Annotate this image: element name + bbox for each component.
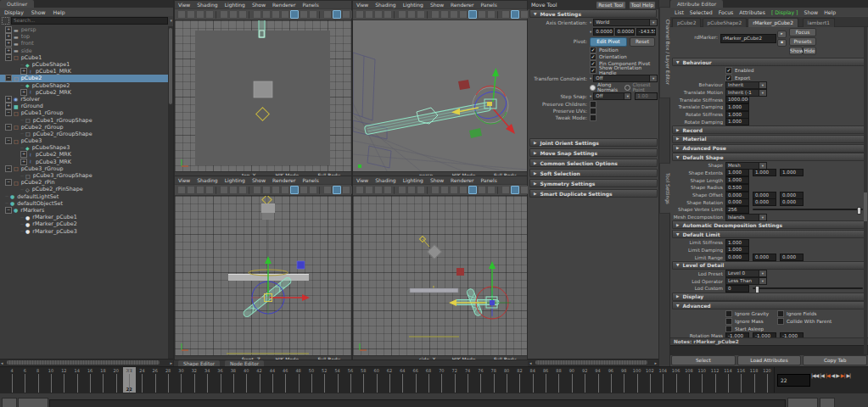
snap-to-curve-icon[interactable] (365, 10, 373, 19)
outliner-item-pCube1_rGroupShape[interactable]: —□pCube1_rGroupShape (0, 116, 168, 123)
menu-item-renderer[interactable]: Renderer (451, 177, 473, 183)
value-field[interactable]: 1.000 (725, 111, 749, 119)
load-attributes-button[interactable]: Load Attributes (737, 355, 802, 365)
snap-to-grid-icon[interactable] (177, 186, 186, 194)
camera-bookmark-icon[interactable] (229, 186, 238, 194)
slider-thumb[interactable] (755, 286, 759, 293)
shaded-icon[interactable] (333, 186, 341, 194)
outliner-pane-icon[interactable] (300, 186, 308, 194)
step-back-key-icon[interactable]: |◀ (826, 372, 830, 378)
two-pane-side-icon[interactable] (440, 186, 449, 194)
show-button[interactable]: Show (789, 47, 803, 55)
snap-to-grid-icon[interactable] (177, 10, 186, 19)
menu-item-shading[interactable]: Shading (375, 2, 395, 8)
menu-item-panels[interactable]: Panels (302, 2, 318, 8)
collapse-icon[interactable]: − (5, 179, 12, 186)
menu-item-show[interactable]: Show (252, 2, 266, 8)
value-field[interactable]: 1.000 (725, 118, 749, 125)
value-field[interactable]: 1.000 (725, 239, 749, 247)
single-pane-icon[interactable] (253, 186, 261, 194)
outliner-item-pCubeShape2[interactable]: —◆pCubeShape2 (0, 82, 168, 89)
section-advanced-pose[interactable]: ▶Advanced Pose (672, 144, 866, 153)
menu-item-shading[interactable]: Shading (197, 2, 217, 8)
value-field[interactable]: 1.000 (725, 169, 749, 176)
outliner-item-pCube2_MRK[interactable]: +~pCube2_MRK (0, 151, 168, 158)
menu-item-view[interactable]: View (356, 2, 368, 8)
value-field[interactable]: 1000.000 (725, 96, 749, 103)
radio-along-normals[interactable] (590, 85, 596, 91)
single-pane-icon[interactable] (431, 10, 440, 19)
make-live-icon[interactable] (220, 186, 228, 194)
coordinate-field[interactable]: 0.0000 (593, 28, 613, 36)
wireframe-icon[interactable] (323, 10, 332, 19)
outliner-item-pCube3_MRK[interactable]: +~pCube3_MRK (0, 159, 168, 165)
section-symmetry-settings[interactable]: ▶Symmetry Settings (529, 179, 658, 187)
four-pane-icon[interactable] (468, 10, 477, 19)
section-common-selection-options[interactable]: ▶Common Selection Options (529, 159, 658, 167)
outliner-item-pCube2[interactable]: −□pCube2 (0, 75, 168, 81)
coordinate-field[interactable]: -143.5562 (636, 28, 656, 36)
menu-item-panels[interactable]: Panels (480, 177, 496, 183)
four-pane-icon[interactable] (468, 186, 477, 194)
range-slider-track[interactable] (49, 399, 786, 407)
section-joint-orient-settings[interactable]: ▶Joint Orient Settings (529, 138, 658, 147)
section-display[interactable]: ▶Display (672, 293, 866, 301)
quick-menu-icon[interactable]: ▾ (590, 20, 591, 25)
outliner-item-pCube2_rPin[interactable]: −□pCube2_rPin (0, 179, 168, 186)
textured-icon[interactable] (342, 186, 350, 194)
copy-tab-button[interactable]: Copy Tab (803, 355, 867, 365)
outliner-item-pCube3_rGroup[interactable]: −□pCube3_rGroup (0, 165, 168, 172)
expand-icon[interactable]: + (20, 159, 27, 165)
snap-to-grid-icon[interactable] (356, 186, 364, 194)
outliner-title-tab[interactable]: Outliner (0, 0, 34, 8)
checkbox-export[interactable]: ✓ (725, 75, 732, 81)
snap-to-point-icon[interactable] (196, 10, 204, 19)
snap-to-plane-icon[interactable] (205, 186, 214, 194)
menu-item-panels[interactable]: Panels (480, 2, 496, 8)
three-pane-icon[interactable] (459, 10, 468, 19)
section-soft-selection[interactable]: ▶Soft Selection (529, 169, 658, 177)
slider-track[interactable] (753, 287, 863, 289)
checkbox-position[interactable]: ✓ (590, 47, 596, 53)
menu-item-focus[interactable]: Focus (719, 9, 734, 15)
tab-lambert1[interactable]: lambert1 (803, 18, 835, 27)
section-level-of-detail[interactable]: ▼Level of Detail (672, 261, 866, 270)
outliner-item-pCube2_rPinShape[interactable]: —◇pCube2_rPinShape (0, 186, 168, 192)
outliner-item-pCube2_MRK[interactable]: +~pCube2_MRK (0, 89, 168, 96)
hypergraph-pane-icon[interactable] (309, 186, 317, 194)
hypergraph-pane-icon[interactable] (309, 10, 317, 19)
outliner-pane-icon[interactable] (478, 186, 486, 194)
menu-item-renderer[interactable]: Renderer (272, 2, 295, 8)
value-field[interactable]: 0.500 (725, 184, 749, 192)
scroll-right-icon[interactable]: ▸ (170, 360, 172, 366)
dropdown-value[interactable]: Inherit (-1 (725, 89, 759, 97)
single-pane-icon[interactable] (431, 186, 440, 194)
play-backwards-icon[interactable]: ◀ (832, 372, 835, 378)
shaded-icon[interactable] (511, 186, 519, 194)
menu-item-selected[interactable]: Selected (690, 9, 713, 15)
expand-icon[interactable]: + (5, 96, 12, 103)
attribute-editor-scrollbar[interactable] (864, 27, 867, 354)
outliner-item-pCube1[interactable]: −□pCube1 (0, 54, 168, 61)
quick-menu-icon[interactable]: ▾ (590, 30, 591, 34)
snap-to-curve-icon[interactable] (365, 186, 373, 194)
play-forwards-icon[interactable]: ▶ (836, 372, 839, 378)
shaded-icon[interactable] (333, 10, 341, 19)
menu-item-view[interactable]: View (356, 177, 368, 183)
outliner-item-rMarker_pCube2[interactable]: —●rMarker_pCube2 (0, 220, 168, 227)
outliner-item-pCube2_rGroup[interactable]: −□pCube2_rGroup (0, 124, 168, 131)
four-pane-icon[interactable] (290, 186, 299, 194)
menu-item-panels[interactable]: Panels (302, 177, 318, 183)
make-live-icon[interactable] (398, 10, 406, 19)
section-advanced[interactable]: ▼Advanced (672, 301, 866, 309)
menu-item-shading[interactable]: Shading (375, 177, 395, 183)
outliner-item-rMarker_pCube1[interactable]: —●rMarker_pCube1 (0, 214, 168, 220)
shaded-icon[interactable] (511, 10, 519, 19)
chevron-down-icon[interactable]: ▾ (759, 277, 767, 285)
outliner-item-front[interactable]: +▬front (0, 40, 168, 47)
menu-item-help[interactable]: Help (53, 9, 65, 15)
expand-icon[interactable]: + (5, 47, 12, 54)
scrollbar-thumb[interactable] (7, 360, 160, 365)
value-field[interactable]: 0.000 (753, 198, 776, 206)
outliner-item-pCubeShape3[interactable]: —◆pCubeShape3 (0, 144, 168, 151)
